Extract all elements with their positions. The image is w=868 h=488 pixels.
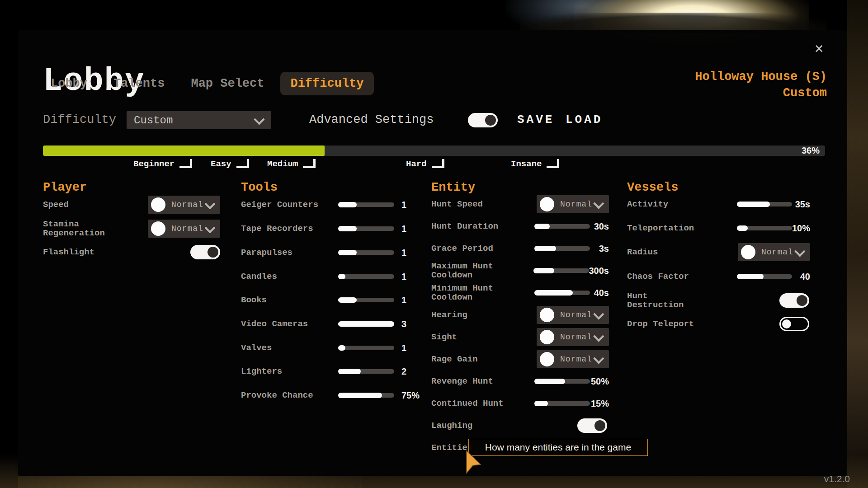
advanced-settings-label: Advanced Settings: [309, 113, 434, 127]
chaos-factor-slider[interactable]: [737, 274, 792, 279]
sight-dropdown[interactable]: Normal: [537, 328, 609, 346]
session-mode: Custom: [695, 85, 827, 101]
rage-gain-dropdown[interactable]: Normal: [537, 350, 609, 368]
radius-dropdown[interactable]: Normal: [738, 243, 810, 261]
minimum-hunt-cooldown-slider[interactable]: [534, 291, 590, 295]
row-minimum-hunt-cooldown: Minimum Hunt Cooldown 40s: [431, 284, 609, 302]
row-activity: Activity 35s: [627, 195, 810, 213]
section-player: Player: [43, 181, 87, 194]
row-laughing: Laughing: [431, 417, 607, 435]
candles-slider[interactable]: [338, 274, 394, 279]
row-flashlight: Flashlight: [43, 243, 220, 261]
row-chaos-factor: Chaos Factor 40: [627, 267, 810, 286]
option-dot-icon: [540, 330, 554, 344]
drop-teleport-toggle[interactable]: [779, 317, 809, 331]
stamina-regeneration-dropdown[interactable]: Normal: [148, 220, 220, 238]
row-rage-gain: Rage Gain Normal: [431, 350, 609, 368]
marker-medium: Medium: [267, 159, 316, 169]
threshold-corner-icon: [432, 159, 444, 168]
continued-hunt-slider[interactable]: [534, 401, 590, 406]
row-hunt-destruction: Hunt Destruction: [627, 291, 809, 310]
row-parapulses: Parapulses 1: [241, 244, 422, 262]
flashlight-toggle[interactable]: [190, 245, 220, 259]
video-cameras-slider[interactable]: [338, 322, 394, 326]
threshold-corner-icon: [236, 159, 249, 168]
row-stamina-regeneration: Stamina Regeneration Normal: [43, 220, 220, 238]
tab-bar: Lobby Talents Map Select Difficulty: [41, 72, 374, 95]
maximum-hunt-cooldown-slider[interactable]: [533, 268, 589, 273]
close-icon[interactable]: ✕: [815, 42, 823, 56]
threshold-corner-icon: [547, 159, 559, 168]
tab-difficulty[interactable]: Difficulty: [280, 72, 373, 95]
teleportation-slider[interactable]: [737, 226, 792, 230]
tab-talents[interactable]: Talents: [104, 72, 175, 95]
revenge-hunt-slider[interactable]: [534, 379, 590, 384]
toggle-knob: [485, 115, 496, 126]
version-label: v1.2.0: [824, 474, 850, 484]
grace-period-slider[interactable]: [534, 246, 590, 251]
marker-hard: Hard: [406, 159, 444, 169]
difficulty-select-value: Custom: [134, 114, 256, 127]
row-teleportation: Teleportation 10%: [627, 219, 810, 237]
difficulty-meter-percent: 36%: [802, 145, 820, 156]
right-edge-rock: [847, 0, 868, 488]
parapulses-slider[interactable]: [338, 250, 394, 255]
row-hunt-speed: Hunt Speed Normal: [431, 195, 609, 213]
row-revenge-hunt: Revenge Hunt 50%: [431, 372, 609, 390]
section-vessels: Vessels: [627, 181, 678, 194]
laughing-toggle[interactable]: [577, 418, 607, 433]
row-hunt-duration: Hunt Duration 30s: [431, 217, 609, 235]
section-entity: Entity: [431, 181, 475, 194]
hunt-destruction-toggle[interactable]: [779, 293, 809, 308]
speed-dropdown[interactable]: Normal: [148, 196, 220, 214]
lighters-slider[interactable]: [338, 369, 394, 374]
load-button[interactable]: LOAD: [566, 113, 603, 127]
hunt-duration-slider[interactable]: [534, 224, 590, 229]
section-tools: Tools: [241, 181, 278, 194]
tab-map-select[interactable]: Map Select: [181, 72, 274, 95]
row-lighters: Lighters 2: [241, 362, 422, 380]
lobby-panel: Lobby ✕ Holloway House (S) Custom Lobby …: [18, 30, 847, 476]
books-slider[interactable]: [338, 298, 394, 302]
row-books: Books 1: [241, 291, 422, 309]
cursor-pointer-icon: [466, 450, 483, 475]
option-dot-icon: [540, 308, 554, 322]
row-speed: Speed Normal: [43, 196, 220, 214]
option-dot-icon: [540, 352, 554, 366]
marker-easy: Easy: [211, 159, 249, 169]
option-dot-icon: [741, 245, 755, 259]
map-name: Holloway House (S): [695, 69, 827, 85]
row-tape-recorders: Tape Recorders 1: [241, 220, 422, 238]
difficulty-meter: 36%: [43, 145, 825, 156]
difficulty-label: Difficulty: [43, 113, 116, 127]
geiger-counters-slider[interactable]: [338, 202, 394, 207]
row-continued-hunt: Continued Hunt 15%: [431, 394, 609, 413]
difficulty-meter-fill: [43, 145, 325, 156]
hearing-dropdown[interactable]: Normal: [537, 306, 609, 324]
row-valves: Valves 1: [241, 339, 422, 357]
row-candles: Candles 1: [241, 267, 422, 286]
hunt-speed-dropdown[interactable]: Normal: [537, 195, 609, 213]
row-geiger-counters: Geiger Counters 1: [241, 196, 422, 214]
threshold-corner-icon: [303, 159, 316, 168]
activity-slider[interactable]: [737, 202, 792, 206]
row-radius: Radius Normal: [627, 243, 810, 261]
valves-slider[interactable]: [338, 346, 394, 350]
save-button[interactable]: SAVE: [517, 113, 554, 127]
row-video-cameras: Video Cameras 3: [241, 315, 422, 333]
session-info: Holloway House (S) Custom: [695, 69, 827, 101]
option-dot-icon: [540, 197, 554, 211]
row-grace-period: Grace Period 3s: [431, 239, 609, 258]
option-dot-icon: [151, 221, 165, 236]
row-drop-teleport: Drop Teleport: [627, 315, 809, 333]
advanced-settings-toggle[interactable]: [468, 113, 498, 127]
difficulty-select[interactable]: Custom: [127, 111, 271, 129]
entities-tooltip: How many entities are in the game: [468, 439, 648, 456]
tab-lobby[interactable]: Lobby: [41, 72, 97, 95]
tape-recorders-slider[interactable]: [338, 226, 394, 231]
marker-beginner: Beginner: [133, 159, 192, 169]
provoke-chance-slider[interactable]: [338, 393, 394, 398]
row-maximum-hunt-cooldown: Maximum Hunt Cooldown 300s: [431, 262, 609, 280]
row-provoke-chance: Provoke Chance 75%: [241, 386, 422, 404]
marker-insane: Insane: [511, 159, 559, 169]
